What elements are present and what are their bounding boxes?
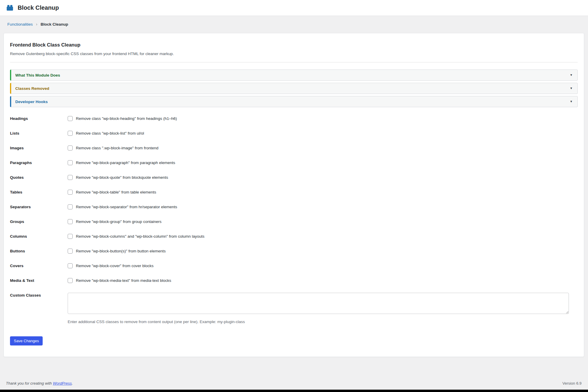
field-control: Remove "wp-block-separator" from hr/sepa… [68,204,578,209]
checkbox-label: Remove class ".wp-block-image" from fron… [76,146,158,150]
accordion-what-this-module-does[interactable]: What This Module Does ▼ [10,70,578,81]
field-label: Lists [10,131,68,135]
footer-thanks-text: Thank you for creating with [6,381,53,386]
field-label: Custom Classes [10,293,68,297]
field-control: Enter additional CSS classes to remove f… [68,293,578,324]
divider [10,62,578,62]
field-control: Remove "wp-block-table" from table eleme… [68,190,578,195]
field-row-quotes: Quotes Remove "wp-block-quote" from bloc… [10,175,578,181]
field-row-groups: Groups Remove "wp-block-group" from grou… [10,219,578,225]
checkbox-label: Remove class "wp-block-heading" from hea… [76,116,177,121]
accordion-classes-removed[interactable]: Classes Removed ▼ [10,83,578,94]
save-changes-button[interactable]: Save Changes [10,336,43,345]
field-label: Headings [10,116,68,121]
checkbox-label: Remove "wp-block-paragraph" from paragra… [76,161,175,165]
field-control: Remove "wp-block-group" from group conta… [68,219,578,224]
chevron-down-icon[interactable]: ▼ [570,74,573,77]
checkbox-label: Remove "wp-block-table" from table eleme… [76,190,156,194]
card-description: Remove Gutenberg block-specific CSS clas… [10,52,578,56]
chevron-down-icon[interactable]: ▼ [570,100,573,103]
buttons-checkbox[interactable] [68,249,73,254]
checkbox-label: Remove class "wp-block-list" from ul/ol [76,131,144,135]
field-row-headings: Headings Remove class "wp-block-heading"… [10,116,578,122]
settings-card: Frontend Block Class Cleanup Remove Gute… [4,33,584,357]
page-title: Block Cleanup [18,4,59,11]
app-header: Block Cleanup [0,0,588,16]
paragraphs-checkbox[interactable] [68,160,73,165]
accordion-title: Classes Removed [15,86,49,91]
field-label: Tables [10,190,68,194]
custom-classes-textarea[interactable] [68,293,569,314]
breadcrumb-current: Block Cleanup [41,22,68,27]
footer-thanks: Thank you for creating with WordPress. [6,381,73,386]
field-row-images: Images Remove class ".wp-block-image" fr… [10,145,578,151]
field-control: Remove "wp-block-paragraph" from paragra… [68,160,578,165]
images-checkbox[interactable] [68,145,73,150]
field-control: Remove class ".wp-block-image" from fron… [68,145,578,150]
settings-fields: Headings Remove class "wp-block-heading"… [10,116,578,324]
field-row-separators: Separators Remove "wp-block-separator" f… [10,204,578,210]
spacer [0,357,588,378]
breadcrumb: Functionalities › Block Cleanup [0,16,588,30]
field-label: Columns [10,234,68,239]
field-row-tables: Tables Remove "wp-block-table" from tabl… [10,190,578,196]
checkbox-label: Remove "wp-block-columns" and "wp-block-… [76,234,204,239]
field-label: Images [10,145,68,150]
separators-checkbox[interactable] [68,204,73,209]
field-control: Remove class "wp-block-list" from ul/ol [68,131,578,136]
field-label: Buttons [10,249,68,253]
checkbox-label: Remove "wp-block-media-text" from media-… [76,278,171,283]
footer-period: . [72,381,73,386]
custom-classes-help: Enter additional CSS classes to remove f… [68,320,578,324]
accordion-title: What This Module Does [15,73,60,77]
accordion-title: Developer Hooks [15,100,48,104]
headings-checkbox[interactable] [68,116,73,121]
field-row-buttons: Buttons Remove "wp-block-button(s)" from… [10,249,578,254]
field-label: Quotes [10,175,68,180]
field-control: Remove "wp-block-media-text" from media-… [68,278,578,283]
field-label: Separators [10,204,68,209]
field-label: Covers [10,263,68,268]
field-row-custom-classes: Custom Classes Enter additional CSS clas… [10,293,578,324]
tables-checkbox[interactable] [68,190,73,195]
groups-checkbox[interactable] [68,219,73,224]
field-control: Remove class "wp-block-heading" from hea… [68,116,578,121]
field-control: Remove "wp-block-columns" and "wp-block-… [68,234,578,239]
columns-checkbox[interactable] [68,234,73,239]
wordpress-link[interactable]: WordPress [53,381,72,386]
breadcrumb-separator-icon: › [36,22,37,27]
checkbox-label: Remove "wp-block-button(s)" from button … [76,249,166,253]
chevron-down-icon[interactable]: ▼ [570,87,573,90]
quotes-checkbox[interactable] [68,175,73,180]
checkbox-label: Remove "wp-block-cover" from cover block… [76,264,154,268]
checkbox-label: Remove "wp-block-quote" from blockquote … [76,175,168,180]
accordion-developer-hooks[interactable]: Developer Hooks ▼ [10,96,578,107]
field-row-paragraphs: Paragraphs Remove "wp-block-paragraph" f… [10,160,578,166]
bottom-black-bar [0,390,588,392]
field-row-columns: Columns Remove "wp-block-columns" and "w… [10,234,578,240]
field-row-covers: Covers Remove "wp-block-cover" from cove… [10,263,578,269]
field-label: Paragraphs [10,160,68,165]
card-title: Frontend Block Class Cleanup [10,42,578,48]
field-row-media-text: Media & Text Remove "wp-block-media-text… [10,278,578,284]
field-control: Remove "wp-block-button(s)" from button … [68,249,578,254]
admin-footer: Thank you for creating with WordPress. V… [0,378,588,390]
media-text-checkbox[interactable] [68,278,73,283]
breadcrumb-link-functionalities[interactable]: Functionalities [7,22,33,27]
checkbox-label: Remove "wp-block-separator" from hr/sepa… [76,205,177,209]
lists-checkbox[interactable] [68,131,73,136]
block-brick-icon [6,4,14,12]
field-label: Groups [10,219,68,224]
field-row-lists: Lists Remove class "wp-block-list" from … [10,131,578,137]
covers-checkbox[interactable] [68,263,73,268]
version-label: Version 6.9 [562,381,582,386]
field-label: Media & Text [10,278,68,283]
field-control: Remove "wp-block-quote" from blockquote … [68,175,578,180]
checkbox-label: Remove "wp-block-group" from group conta… [76,219,161,224]
field-control: Remove "wp-block-cover" from cover block… [68,263,578,268]
